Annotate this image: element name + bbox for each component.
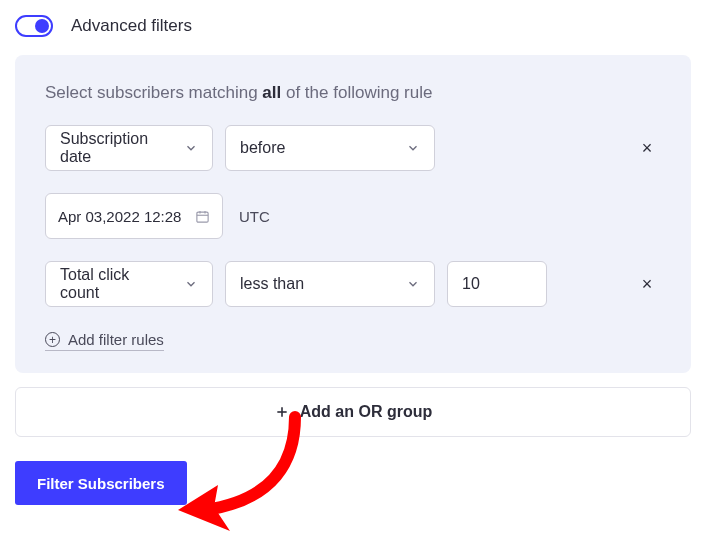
panel-heading: Select subscribers matching all of the f…: [45, 83, 661, 103]
rule-operator-select[interactable]: before: [225, 125, 435, 171]
rule-value-row: Apr 03,2022 12:28 UTC: [45, 193, 661, 239]
chevron-down-icon: [184, 277, 198, 291]
add-or-group-button[interactable]: Add an OR group: [15, 387, 691, 437]
rule-field-select[interactable]: Total click count: [45, 261, 213, 307]
svg-rect-0: [197, 212, 208, 222]
filter-subscribers-button[interactable]: Filter Subscribers: [15, 461, 187, 505]
plus-icon: [274, 404, 290, 420]
remove-rule-button[interactable]: ×: [633, 138, 661, 159]
remove-rule-button[interactable]: ×: [633, 274, 661, 295]
chevron-down-icon: [406, 141, 420, 155]
timezone-label: UTC: [239, 208, 270, 225]
rule-row: Total click count less than ×: [45, 261, 661, 307]
plus-circle-icon: +: [45, 332, 60, 347]
add-filter-rules-button[interactable]: + Add filter rules: [45, 331, 164, 351]
advanced-filters-toggle[interactable]: [15, 15, 53, 37]
calendar-icon: [195, 209, 210, 224]
rule-field-select[interactable]: Subscription date: [45, 125, 213, 171]
advanced-filters-label: Advanced filters: [71, 16, 192, 36]
chevron-down-icon: [406, 277, 420, 291]
rule-operator-select[interactable]: less than: [225, 261, 435, 307]
filter-panel: Select subscribers matching all of the f…: [15, 55, 691, 373]
date-input[interactable]: Apr 03,2022 12:28: [45, 193, 223, 239]
chevron-down-icon: [184, 141, 198, 155]
rule-value-input[interactable]: [447, 261, 547, 307]
rule-row: Subscription date before ×: [45, 125, 661, 171]
